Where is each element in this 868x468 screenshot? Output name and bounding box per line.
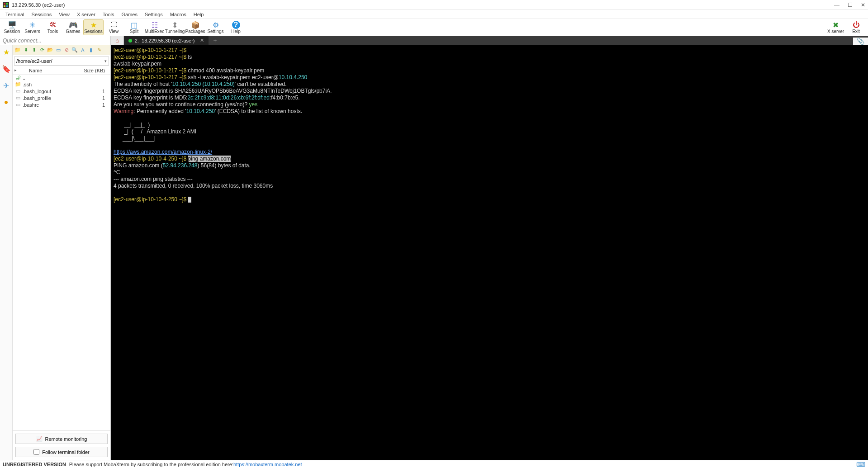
file-name: .. xyxy=(22,75,84,80)
nav-icon[interactable]: 📁 xyxy=(14,47,21,53)
toolbar-tools[interactable]: 🛠Tools xyxy=(43,19,63,35)
toolbar-view[interactable]: 🖵View xyxy=(104,19,124,35)
toolbar-servers[interactable]: ✳Servers xyxy=(22,19,43,35)
toolbar-games[interactable]: 🎮Games xyxy=(63,19,83,35)
xserver-label: X server xyxy=(827,29,844,34)
packages-icon: 📦 xyxy=(191,21,200,29)
toolbar-sessions[interactable]: ★Sessions xyxy=(83,19,104,35)
bookmark-icon[interactable]: ▮ xyxy=(88,47,94,53)
menu-terminal[interactable]: Terminal xyxy=(2,12,28,17)
menu-games[interactable]: Games xyxy=(118,12,141,17)
tab-close-icon[interactable]: ✕ xyxy=(200,38,204,43)
file-size: 1 xyxy=(84,95,109,101)
col-size[interactable]: Size (KB) xyxy=(84,68,109,73)
session-icon: 🖥️ xyxy=(8,21,17,29)
file-row[interactable]: 📁.ssh xyxy=(13,81,110,88)
follow-label: Follow terminal folder xyxy=(42,449,90,455)
folder-icon: 📁 xyxy=(14,81,22,87)
quick-connect-placeholder: Quick connect... xyxy=(3,38,42,44)
session-tab[interactable]: 2. 13.229.56.30 (ec2-user) ✕ xyxy=(124,36,209,45)
toolbar-tunneling[interactable]: ⇕Tunneling xyxy=(165,19,185,35)
toolbar-split[interactable]: ◫Split xyxy=(124,19,144,35)
menu-macros[interactable]: Macros xyxy=(166,12,190,17)
file-row[interactable]: ▭.bash_profile1 xyxy=(13,95,110,101)
tunneling-icon: ⇕ xyxy=(172,21,178,29)
newfile-icon[interactable]: ▭ xyxy=(55,47,62,53)
menu-tools[interactable]: Tools xyxy=(99,12,118,17)
menu-help[interactable]: Help xyxy=(190,12,208,17)
menu-x-server[interactable]: X server xyxy=(73,12,99,17)
toolbar-exit[interactable]: ⏻Exit xyxy=(846,20,866,35)
menu-sessions[interactable]: Sessions xyxy=(28,12,56,17)
sessions-icon: ★ xyxy=(90,21,97,29)
games-label: Games xyxy=(66,29,80,34)
home-tab[interactable]: ⌂ xyxy=(111,36,124,45)
sidebar-icon-3[interactable]: ● xyxy=(4,98,9,106)
packages-label: Packages xyxy=(185,29,205,34)
tools-label: Tools xyxy=(47,29,58,34)
file-icon: ▭ xyxy=(14,95,22,101)
quick-connect[interactable]: Quick connect... xyxy=(0,36,111,45)
minimize-button[interactable]: — xyxy=(834,2,840,8)
delete-icon[interactable]: ⊘ xyxy=(63,47,70,53)
edit-icon[interactable]: ✎ xyxy=(96,47,102,53)
tools-icon: 🛠 xyxy=(49,21,57,29)
exit-icon: ⏻ xyxy=(853,21,860,29)
file-size: 1 xyxy=(84,89,109,94)
text-icon[interactable]: A xyxy=(80,47,86,53)
toolbar-helpbtn[interactable]: ?Help xyxy=(226,19,246,35)
file-panel: 📁 ⬇ ⬆ ⟳ 📂 ▭ ⊘ 🔍 A ▮ ✎ /home/ec2-user/ ▾ … xyxy=(13,45,111,460)
app-icon xyxy=(3,2,9,8)
games-icon: 🎮 xyxy=(69,21,78,29)
toolbar-session[interactable]: 🖥️Session xyxy=(2,19,22,35)
path-input[interactable]: /home/ec2-user/ ▾ xyxy=(14,57,109,66)
toolbar-packages[interactable]: 📦Packages xyxy=(185,19,205,35)
sidebar-icon-2[interactable]: ✈ xyxy=(3,81,9,90)
newfolder-icon[interactable]: 📂 xyxy=(47,47,53,53)
terminal[interactable]: [ec2-user@ip-10-10-1-217 ~]$[ec2-user@ip… xyxy=(111,45,868,460)
toolbar-xserver[interactable]: ✖X server xyxy=(825,20,846,35)
remote-monitoring-button[interactable]: 📈 Remote monitoring xyxy=(15,434,108,444)
status-link[interactable]: https://mobaxterm.mobatek.net xyxy=(233,462,302,467)
statusbar: UNREGISTERED VERSION - Please support Mo… xyxy=(0,460,868,468)
file-row[interactable]: ▭.bash_logout1 xyxy=(13,88,110,95)
download-icon[interactable]: ⬇ xyxy=(23,47,29,53)
tab-row: Quick connect... ⌂ 2. 13.229.56.30 (ec2-… xyxy=(0,36,868,45)
helpbtn-icon: ? xyxy=(232,21,240,29)
upload-icon[interactable]: ⬆ xyxy=(31,47,37,53)
monitor-icon: 📈 xyxy=(36,436,43,442)
maximize-button[interactable]: ☐ xyxy=(848,2,853,8)
find-icon[interactable]: 🔍 xyxy=(71,47,78,53)
follow-checkbox[interactable] xyxy=(33,449,39,455)
sidebar-icon-1[interactable]: 🔖 xyxy=(2,65,11,73)
file-list: ⮵..📁.ssh▭.bash_logout1▭.bash_profile1▭.b… xyxy=(13,75,110,430)
file-icon: ▭ xyxy=(14,88,22,94)
up-icon: ⮵ xyxy=(14,75,22,80)
col-name[interactable]: Name xyxy=(20,68,84,73)
path-dropdown-icon[interactable]: ▾ xyxy=(104,59,107,63)
file-row[interactable]: ⮵.. xyxy=(13,75,110,81)
view-label: View xyxy=(109,29,119,34)
menu-settings[interactable]: Settings xyxy=(141,12,166,17)
tree-toggle-icon[interactable]: ▸ xyxy=(14,68,20,73)
titlebar: 13.229.56.30 (ec2-user) — ☐ ✕ xyxy=(0,0,868,10)
close-button[interactable]: ✕ xyxy=(861,2,865,8)
refresh-icon[interactable]: ⟳ xyxy=(39,47,45,53)
new-tab-button[interactable]: ＋ xyxy=(209,37,222,45)
sidebar-strip: ★🔖✈● xyxy=(0,45,13,460)
keyboard-icon[interactable]: ⌨ xyxy=(856,461,865,468)
file-icon: ▭ xyxy=(14,102,22,108)
menu-view[interactable]: View xyxy=(55,12,73,17)
file-row[interactable]: ▭.bashrc1 xyxy=(13,101,110,108)
status-text: - Please support MobaXterm by subscribin… xyxy=(66,462,233,467)
follow-terminal-toggle[interactable]: Follow terminal folder xyxy=(15,447,108,457)
tab-index: 2. xyxy=(135,38,139,43)
svg-rect-4 xyxy=(6,5,8,7)
sidebar-icon-0[interactable]: ★ xyxy=(3,48,9,57)
tunneling-label: Tunneling xyxy=(165,29,185,34)
toolbar-settings[interactable]: ⚙Settings xyxy=(205,19,226,35)
path-text: /home/ec2-user/ xyxy=(16,58,52,64)
toolbar-multiexec[interactable]: ☷MultiExec xyxy=(144,19,165,35)
attach-icon[interactable]: 📎 xyxy=(853,38,868,45)
servers-label: Servers xyxy=(24,29,40,34)
